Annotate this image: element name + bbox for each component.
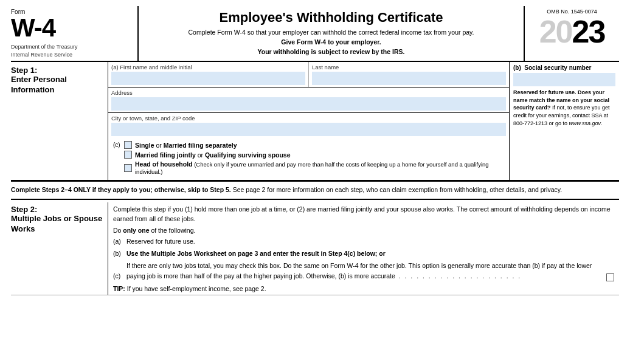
tip-line: TIP: If you have self-employment income,… — [113, 285, 614, 292]
step2-checkbox[interactable] — [606, 273, 614, 281]
header-right: OMB No. 1545-0074 2023 — [525, 6, 619, 61]
ssn-note: Reserved for future use. Does your name … — [513, 89, 615, 127]
step1-fields: (a) First name and middle initial Last n… — [108, 62, 510, 180]
form-header: Form W-4 Department of the Treasury Inte… — [11, 6, 619, 62]
step2-item-c: (c) If there are only two jobs total, yo… — [113, 261, 614, 281]
dept-line2: Internal Revenue Service — [11, 51, 134, 59]
step2-item-a: (a) Reserved for future use. — [113, 236, 614, 247]
last-name-input[interactable] — [312, 72, 506, 85]
checkbox-c-label: (c) — [113, 142, 120, 148]
step2-number: Step 2: — [11, 205, 103, 214]
complete-note-bold: Complete Steps 2–4 ONLY if they apply to… — [11, 186, 231, 193]
form-number: W-4 — [11, 15, 55, 41]
instruction-1: Complete Form W-4 so that your employer … — [189, 28, 474, 38]
step2-item-b-label: (b) — [113, 249, 126, 259]
step2-label: Step 2: Multiple Jobs or Spouse Works — [11, 202, 108, 295]
step2-intro: Complete this step if you (1) hold more … — [113, 205, 614, 224]
tip-rest: If you have self-employment income, see … — [127, 285, 266, 292]
checkbox-married[interactable] — [124, 151, 132, 159]
complete-note-rest: See page 2 for more information on each … — [233, 186, 562, 193]
checkbox-hoh-text: Head of household (Check only if you're … — [135, 160, 504, 175]
first-name-group: (a) First name and middle initial — [108, 62, 309, 87]
ssn-input[interactable] — [513, 73, 615, 86]
step2-section: Step 2: Multiple Jobs or Spouse Works Co… — [11, 202, 619, 295]
w4-form: Form W-4 Department of the Treasury Inte… — [0, 0, 630, 364]
checkbox-single-text: Single or Married filing separately — [135, 142, 237, 149]
ssn-label: (b) Social security number — [513, 64, 615, 71]
step1-section: Step 1: Enter Personal Information (a) F… — [11, 62, 619, 180]
last-name-label: Last name — [312, 64, 506, 70]
checkbox-row-married: Married filing jointly or Qualifying sur… — [113, 151, 504, 159]
form-w4-title: W-4 — [11, 15, 134, 41]
address-input[interactable] — [111, 97, 506, 111]
tip-label: TIP: — [113, 285, 125, 292]
step2-do-one: Do only one of the following. — [113, 227, 614, 234]
step2-item-b-text: Use the Multiple Jobs Worksheet on page … — [126, 249, 614, 259]
year-display: 2023 — [539, 16, 605, 47]
complete-note: Complete Steps 2–4 ONLY if they apply to… — [11, 180, 619, 200]
city-label: City or town, state, and ZIP code — [111, 115, 506, 122]
header-instructions: Complete Form W-4 so that your employer … — [189, 28, 474, 57]
step1-label: Step 1: Enter Personal Information — [11, 62, 108, 180]
checkbox-section: (c) Single or Married filing separately … — [108, 138, 509, 180]
checkbox-single[interactable] — [124, 141, 132, 149]
checkbox-married-text: Married filing jointly or Qualifying sur… — [135, 151, 291, 159]
instruction-3-bold: Your withholding is subject to review by… — [258, 48, 405, 55]
address-label: Address — [111, 89, 506, 96]
first-name-input[interactable] — [111, 72, 305, 85]
instruction-2-bold: Give Form W-4 to your employer. — [281, 38, 381, 46]
step2-item-c-label: (c) — [113, 271, 126, 281]
step2-item-b: (b) Use the Multiple Jobs Worksheet on p… — [113, 249, 614, 259]
step2-content: Complete this step if you (1) hold more … — [108, 202, 619, 295]
step2-item-a-text: Reserved for future use. — [126, 236, 614, 247]
ssn-note-bold: Reserved for future use. — [513, 89, 576, 95]
checkbox-hoh[interactable] — [124, 164, 132, 172]
form-title: Employee's Withholding Certificate — [219, 10, 443, 26]
checkbox-row-hoh: Head of household (Check only if you're … — [113, 160, 504, 175]
step2-item-a-label: (a) — [113, 236, 126, 247]
step1-number: Step 1: — [11, 66, 103, 75]
header-left: Form W-4 Department of the Treasury Inte… — [11, 6, 139, 61]
dept-line1: Department of the Treasury — [11, 43, 134, 51]
dept-info: Department of the Treasury Internal Reve… — [11, 43, 134, 58]
step1-row1: (a) First name and middle initial Last n… — [108, 62, 509, 88]
dotted-line: . . . . . . . . . . . . . . . . . . . . … — [399, 271, 522, 281]
checkbox-row-single: (c) Single or Married filing separately — [113, 141, 504, 149]
step2-items: (a) Reserved for future use. (b) Use the… — [113, 236, 614, 281]
first-name-label: (a) First name and middle initial — [111, 64, 305, 70]
last-name-group: Last name — [309, 62, 509, 87]
step1-title: Enter Personal Information — [11, 75, 103, 95]
city-row: City or town, state, and ZIP code — [108, 113, 509, 138]
address-row: Address — [108, 88, 509, 113]
step2-item-c-text: If there are only two jobs total, you ma… — [126, 261, 604, 281]
step2-title: Multiple Jobs or Spouse Works — [11, 214, 103, 235]
header-center: Employee's Withholding Certificate Compl… — [139, 6, 525, 61]
year-prefix: 20 — [539, 14, 572, 49]
city-input[interactable] — [111, 123, 506, 136]
step1-ssn: (b) Social security number Reserved for … — [510, 62, 619, 180]
year-suffix: 23 — [572, 14, 605, 49]
